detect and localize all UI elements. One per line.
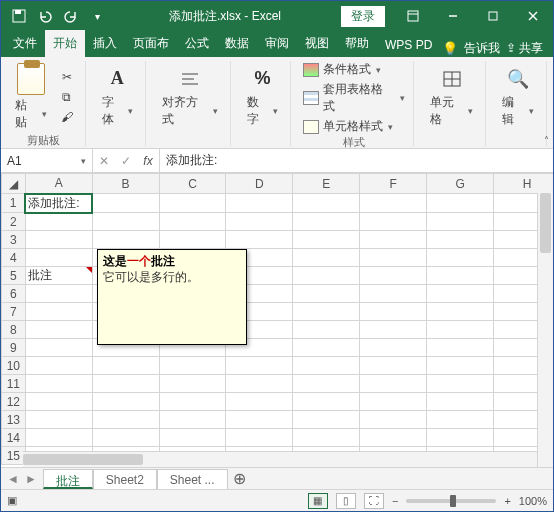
maximize-button[interactable] xyxy=(473,1,513,31)
cell[interactable]: 批注 xyxy=(25,267,92,285)
tab-view[interactable]: 视图 xyxy=(297,30,337,57)
tab-insert[interactable]: 插入 xyxy=(85,30,125,57)
fx-icon[interactable]: fx xyxy=(137,154,159,168)
cell[interactable] xyxy=(427,231,494,249)
cell[interactable] xyxy=(25,321,92,339)
cell[interactable] xyxy=(293,285,360,303)
cell[interactable] xyxy=(293,303,360,321)
tab-file[interactable]: 文件 xyxy=(5,30,45,57)
zoom-out-button[interactable]: − xyxy=(392,495,398,507)
cell[interactable] xyxy=(226,357,293,375)
paste-button[interactable]: 粘贴▾ xyxy=(11,61,51,133)
cell[interactable] xyxy=(427,285,494,303)
cell[interactable] xyxy=(293,321,360,339)
cell[interactable] xyxy=(360,339,427,357)
cell[interactable] xyxy=(427,393,494,411)
ribbon-options-icon[interactable] xyxy=(393,1,433,31)
worksheet-grid[interactable]: ◢ A B C D E F G H 1添加批注:2345批注6789101112… xyxy=(1,173,553,467)
cell[interactable] xyxy=(360,303,427,321)
tell-me-input[interactable]: 告诉我 xyxy=(464,40,500,57)
tab-wps[interactable]: WPS PD xyxy=(377,33,440,57)
cell[interactable] xyxy=(159,213,226,231)
tab-home[interactable]: 开始 xyxy=(45,30,85,57)
cell[interactable] xyxy=(427,375,494,393)
cell[interactable] xyxy=(25,429,92,447)
cell[interactable] xyxy=(25,213,92,231)
record-macro-icon[interactable]: ▣ xyxy=(7,494,17,507)
cell[interactable] xyxy=(293,357,360,375)
redo-icon[interactable] xyxy=(59,4,83,28)
row-header[interactable]: 11 xyxy=(2,375,26,393)
alignment-button[interactable]: 对齐方式▾ xyxy=(158,64,222,130)
cell[interactable] xyxy=(25,357,92,375)
cell[interactable] xyxy=(25,339,92,357)
cell[interactable] xyxy=(226,231,293,249)
col-header[interactable]: C xyxy=(159,174,226,194)
cell[interactable] xyxy=(226,411,293,429)
cell[interactable] xyxy=(92,213,159,231)
number-button[interactable]: % 数字▾ xyxy=(243,64,283,130)
cell[interactable] xyxy=(360,213,427,231)
save-icon[interactable] xyxy=(7,4,31,28)
cell[interactable] xyxy=(427,267,494,285)
row-header[interactable]: 15 xyxy=(2,447,26,465)
row-header[interactable]: 6 xyxy=(2,285,26,303)
close-button[interactable] xyxy=(513,1,553,31)
cell[interactable] xyxy=(360,357,427,375)
cell[interactable] xyxy=(427,213,494,231)
cell[interactable] xyxy=(92,393,159,411)
cell[interactable] xyxy=(25,285,92,303)
sheet-tab[interactable]: Sheet2 xyxy=(93,469,157,489)
row-header[interactable]: 5 xyxy=(2,267,26,285)
tab-review[interactable]: 审阅 xyxy=(257,30,297,57)
cell[interactable] xyxy=(92,357,159,375)
cell[interactable] xyxy=(293,267,360,285)
cell[interactable] xyxy=(360,285,427,303)
cell[interactable] xyxy=(92,375,159,393)
row-header[interactable]: 12 xyxy=(2,393,26,411)
cell[interactable] xyxy=(293,375,360,393)
formula-input[interactable]: 添加批注: xyxy=(160,149,553,172)
row-header[interactable]: 10 xyxy=(2,357,26,375)
row-header[interactable]: 1 xyxy=(2,194,26,213)
conditional-format-button[interactable]: 条件格式 ▾ xyxy=(303,61,404,78)
add-sheet-button[interactable]: ⊕ xyxy=(228,468,252,489)
name-box[interactable]: A1 ▾ xyxy=(1,149,93,172)
page-layout-view-button[interactable]: ▯ xyxy=(336,493,356,509)
zoom-slider-thumb[interactable] xyxy=(450,495,456,507)
cell[interactable] xyxy=(360,321,427,339)
cell[interactable] xyxy=(25,249,92,267)
cell[interactable] xyxy=(159,375,226,393)
select-all-corner[interactable]: ◢ xyxy=(2,174,26,194)
undo-icon[interactable] xyxy=(33,4,57,28)
normal-view-button[interactable]: ▦ xyxy=(308,493,328,509)
cell[interactable] xyxy=(159,393,226,411)
cell[interactable] xyxy=(427,249,494,267)
cell[interactable] xyxy=(360,249,427,267)
col-header[interactable]: G xyxy=(427,174,494,194)
tab-formulas[interactable]: 公式 xyxy=(177,30,217,57)
sheet-nav-prev-icon[interactable]: ◄ xyxy=(7,472,19,486)
tab-data[interactable]: 数据 xyxy=(217,30,257,57)
cell[interactable] xyxy=(92,411,159,429)
cell[interactable] xyxy=(360,194,427,213)
cell[interactable] xyxy=(293,194,360,213)
cell[interactable] xyxy=(226,194,293,213)
cell[interactable] xyxy=(293,213,360,231)
collapse-ribbon-icon[interactable]: ˄ xyxy=(544,135,549,146)
cell[interactable] xyxy=(293,339,360,357)
cut-icon[interactable]: ✂ xyxy=(57,69,77,85)
cell[interactable] xyxy=(427,429,494,447)
col-header[interactable]: F xyxy=(360,174,427,194)
font-button[interactable]: A 字体▾ xyxy=(98,64,138,130)
cell[interactable] xyxy=(25,411,92,429)
cell[interactable] xyxy=(427,303,494,321)
cell[interactable] xyxy=(360,429,427,447)
cell[interactable] xyxy=(427,194,494,213)
row-header[interactable]: 4 xyxy=(2,249,26,267)
share-button[interactable]: ⇪ 共享 xyxy=(506,40,543,57)
page-break-view-button[interactable]: ⛶ xyxy=(364,493,384,509)
col-header[interactable]: B xyxy=(92,174,159,194)
cell[interactable] xyxy=(25,231,92,249)
cell[interactable] xyxy=(360,411,427,429)
